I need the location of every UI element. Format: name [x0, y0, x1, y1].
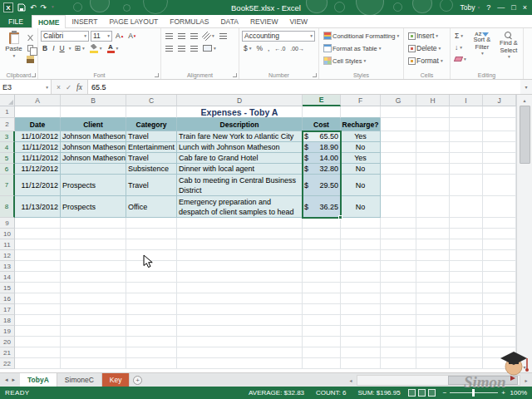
- cell-H4[interactable]: [416, 142, 450, 153]
- cell-E2[interactable]: Cost: [303, 118, 341, 131]
- cell-H7[interactable]: [416, 175, 450, 196]
- cell-E8[interactable]: $36.25: [303, 196, 341, 218]
- cell-H13[interactable]: [416, 261, 450, 272]
- cell-B4[interactable]: Johnson Matheson: [61, 142, 126, 153]
- row-header-16[interactable]: 16: [0, 293, 15, 304]
- cell-E11[interactable]: [303, 239, 341, 250]
- cell-B18[interactable]: [61, 315, 126, 326]
- sheet-nav-left-button[interactable]: ◂: [5, 377, 8, 383]
- cell-J19[interactable]: [483, 326, 516, 337]
- cell-B22[interactable]: [61, 358, 126, 369]
- cell-H9[interactable]: [416, 218, 450, 229]
- format-cells-button[interactable]: Format▾: [406, 56, 445, 66]
- cell-G7[interactable]: [381, 175, 416, 196]
- column-header-B[interactable]: B: [61, 95, 126, 106]
- cell-F3[interactable]: Yes: [341, 131, 381, 142]
- cell-H22[interactable]: [416, 358, 450, 369]
- cell-D11[interactable]: [177, 239, 303, 250]
- row-header-22[interactable]: 22: [0, 358, 15, 369]
- cell-B15[interactable]: [61, 283, 126, 293]
- cell-B3[interactable]: Johnson Matheson: [61, 131, 126, 142]
- alignment-dialog-launcher[interactable]: [233, 73, 237, 77]
- vertical-scroll-thumb[interactable]: [520, 106, 530, 164]
- cell-B1[interactable]: [61, 106, 126, 118]
- cell-A19[interactable]: [15, 326, 61, 337]
- cell-E21[interactable]: [303, 347, 341, 358]
- row-header-7[interactable]: 7: [0, 175, 15, 196]
- cell-J1[interactable]: [483, 106, 516, 118]
- align-right-button[interactable]: [189, 43, 200, 54]
- cell-E22[interactable]: [303, 358, 341, 369]
- sheet-tab-tobya[interactable]: TobyA: [20, 373, 57, 387]
- cell-C13[interactable]: [126, 261, 177, 272]
- cell-A8[interactable]: 11/13/2012: [15, 196, 61, 218]
- cell-F6[interactable]: No: [341, 164, 381, 175]
- cell-H12[interactable]: [416, 250, 450, 261]
- cell-J16[interactable]: [483, 293, 516, 304]
- ribbon-tab-data[interactable]: DATA: [214, 15, 244, 27]
- cell-H3[interactable]: [416, 131, 450, 142]
- cell-B5[interactable]: Johnson Matheson: [61, 153, 126, 164]
- cell-C10[interactable]: [126, 229, 177, 239]
- font-name-combo[interactable]: Calibri ▾: [41, 31, 89, 42]
- cell-F8[interactable]: No: [341, 196, 381, 218]
- accounting-format-button[interactable]: $▾: [242, 43, 254, 54]
- cell-F14[interactable]: [341, 272, 381, 283]
- row-header-19[interactable]: 19: [0, 326, 15, 337]
- horizontal-scroll-thumb[interactable]: [448, 376, 518, 385]
- cell-A17[interactable]: [15, 304, 61, 315]
- row-header-1[interactable]: 1: [0, 106, 15, 118]
- new-sheet-button[interactable]: +: [130, 373, 145, 387]
- cell-F15[interactable]: [341, 283, 381, 293]
- cell-G22[interactable]: [381, 358, 416, 369]
- cell-G14[interactable]: [381, 272, 416, 283]
- cell-A21[interactable]: [15, 347, 61, 358]
- normal-view-button[interactable]: [408, 389, 416, 397]
- cell-F19[interactable]: [341, 326, 381, 337]
- column-header-D[interactable]: D: [177, 95, 303, 106]
- cell-J17[interactable]: [483, 304, 516, 315]
- cell-J4[interactable]: [483, 142, 516, 153]
- cell-G18[interactable]: [381, 315, 416, 326]
- cell-J21[interactable]: [483, 347, 516, 358]
- cell-D22[interactable]: [177, 358, 303, 369]
- cell-I10[interactable]: [450, 229, 483, 239]
- cell-A12[interactable]: [15, 250, 61, 261]
- zoom-slider-thumb[interactable]: [472, 389, 475, 397]
- row-header-12[interactable]: 12: [0, 250, 15, 261]
- cell-E12[interactable]: [303, 250, 341, 261]
- cell-A20[interactable]: [15, 337, 61, 347]
- cell-I1[interactable]: [450, 106, 483, 118]
- cell-H17[interactable]: [416, 304, 450, 315]
- cell-G19[interactable]: [381, 326, 416, 337]
- cell-E10[interactable]: [303, 229, 341, 239]
- enter-button[interactable]: ✓: [66, 83, 71, 91]
- horizontal-scroll-track[interactable]: [357, 375, 520, 386]
- cell-H16[interactable]: [416, 293, 450, 304]
- autosum-button[interactable]: Σ▾: [453, 30, 468, 41]
- borders-button[interactable]: ⊞▾: [72, 43, 86, 54]
- column-header-I[interactable]: I: [450, 95, 483, 106]
- cell-F13[interactable]: [341, 261, 381, 272]
- cell-G12[interactable]: [381, 250, 416, 261]
- cell-A6[interactable]: 11/12/2012: [15, 164, 61, 175]
- cell-E1[interactable]: [303, 106, 341, 118]
- cell-G16[interactable]: [381, 293, 416, 304]
- user-account[interactable]: Toby ▾: [461, 3, 480, 12]
- cell-F4[interactable]: No: [341, 142, 381, 153]
- cell-A5[interactable]: 11/11/2012: [15, 153, 61, 164]
- cell-G11[interactable]: [381, 239, 416, 250]
- increase-font-button[interactable]: A▴: [114, 31, 125, 42]
- cell-H8[interactable]: [416, 196, 450, 218]
- cell-D3[interactable]: Train fare New York to Atlantic City: [177, 131, 303, 142]
- ribbon-tab-insert[interactable]: INSERT: [66, 15, 103, 27]
- cell-A1[interactable]: [15, 106, 61, 118]
- cell-A18[interactable]: [15, 315, 61, 326]
- cell-E6[interactable]: $32.80: [303, 164, 341, 175]
- column-header-F[interactable]: F: [341, 95, 381, 106]
- cell-B11[interactable]: [61, 239, 126, 250]
- cell-D21[interactable]: [177, 347, 303, 358]
- cell-J14[interactable]: [483, 272, 516, 283]
- italic-button[interactable]: I: [51, 43, 56, 54]
- cell-F18[interactable]: [341, 315, 381, 326]
